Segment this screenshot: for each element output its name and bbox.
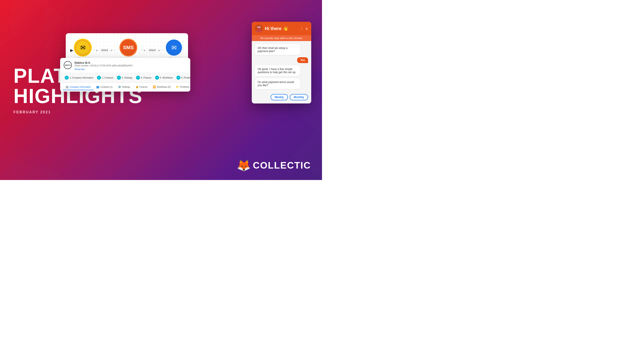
svg-marker-18 bbox=[135, 45, 202, 112]
svg-marker-14 bbox=[157, 112, 224, 180]
svg-marker-13 bbox=[112, 135, 180, 180]
background-pattern bbox=[0, 0, 322, 180]
